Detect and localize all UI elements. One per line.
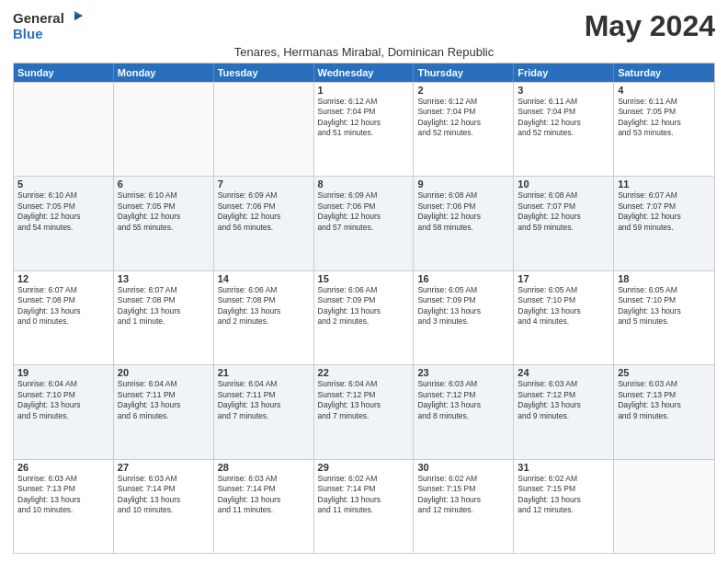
calendar-body: 1Sunrise: 6:12 AM Sunset: 7:04 PM Daylig…: [14, 82, 714, 553]
calendar-day-cell: 17Sunrise: 6:05 AM Sunset: 7:10 PM Dayli…: [514, 271, 614, 364]
calendar-day-cell: 2Sunrise: 6:12 AM Sunset: 7:04 PM Daylig…: [414, 83, 514, 176]
day-info: Sunrise: 6:07 AM Sunset: 7:07 PM Dayligh…: [618, 190, 711, 233]
day-number: 14: [218, 273, 310, 284]
calendar-day-cell: 11Sunrise: 6:07 AM Sunset: 7:07 PM Dayli…: [614, 177, 714, 270]
day-info: Sunrise: 6:06 AM Sunset: 7:08 PM Dayligh…: [218, 285, 310, 327]
day-number: 15: [318, 273, 410, 284]
day-number: 10: [518, 178, 609, 190]
title-block: May 2024: [585, 9, 715, 43]
day-info: Sunrise: 6:04 AM Sunset: 7:11 PM Dayligh…: [118, 379, 210, 421]
day-number: 26: [17, 462, 109, 473]
calendar-day-cell: 25Sunrise: 6:03 AM Sunset: 7:13 PM Dayli…: [614, 365, 714, 458]
calendar-day-cell: 1Sunrise: 6:12 AM Sunset: 7:04 PM Daylig…: [314, 83, 415, 176]
day-info: Sunrise: 6:12 AM Sunset: 7:04 PM Dayligh…: [417, 97, 509, 139]
calendar-week-row: 1Sunrise: 6:12 AM Sunset: 7:04 PM Daylig…: [14, 82, 714, 176]
day-info: Sunrise: 6:05 AM Sunset: 7:09 PM Dayligh…: [417, 285, 509, 327]
day-number: 3: [518, 85, 609, 96]
calendar-day-cell: 26Sunrise: 6:03 AM Sunset: 7:13 PM Dayli…: [14, 460, 114, 553]
calendar-header-sunday: Sunday: [14, 63, 114, 82]
day-info: Sunrise: 6:04 AM Sunset: 7:11 PM Dayligh…: [218, 379, 310, 421]
day-info: Sunrise: 6:05 AM Sunset: 7:10 PM Dayligh…: [518, 285, 609, 327]
calendar-day-cell: 23Sunrise: 6:03 AM Sunset: 7:12 PM Dayli…: [414, 365, 514, 458]
calendar-empty-cell: [614, 460, 714, 553]
day-number: 7: [218, 178, 310, 190]
day-number: 24: [518, 367, 609, 378]
calendar-header-monday: Monday: [114, 63, 214, 82]
logo-flag-icon: [66, 9, 83, 26]
day-number: 29: [318, 462, 410, 473]
day-number: 2: [417, 85, 509, 96]
page: General Blue May 2024 Tenares, Hermanas …: [0, 0, 728, 563]
day-number: 30: [417, 462, 509, 473]
calendar-day-cell: 12Sunrise: 6:07 AM Sunset: 7:08 PM Dayli…: [14, 271, 114, 364]
day-info: Sunrise: 6:05 AM Sunset: 7:10 PM Dayligh…: [618, 285, 711, 327]
calendar: SundayMondayTuesdayWednesdayThursdayFrid…: [13, 63, 715, 554]
day-number: 23: [417, 367, 509, 378]
day-info: Sunrise: 6:03 AM Sunset: 7:14 PM Dayligh…: [218, 474, 310, 516]
day-info: Sunrise: 6:07 AM Sunset: 7:08 PM Dayligh…: [17, 285, 109, 327]
calendar-day-cell: 19Sunrise: 6:04 AM Sunset: 7:10 PM Dayli…: [14, 365, 114, 458]
day-info: Sunrise: 6:02 AM Sunset: 7:15 PM Dayligh…: [417, 474, 509, 516]
calendar-header-wednesday: Wednesday: [314, 63, 415, 82]
day-number: 20: [118, 367, 210, 378]
calendar-empty-cell: [14, 83, 114, 176]
calendar-day-cell: 6Sunrise: 6:10 AM Sunset: 7:05 PM Daylig…: [114, 177, 214, 270]
day-info: Sunrise: 6:10 AM Sunset: 7:05 PM Dayligh…: [118, 190, 210, 233]
calendar-header-saturday: Saturday: [614, 63, 714, 82]
day-info: Sunrise: 6:04 AM Sunset: 7:12 PM Dayligh…: [318, 379, 410, 421]
day-number: 12: [17, 273, 109, 284]
subtitle: Tenares, Hermanas Mirabal, Dominican Rep…: [13, 45, 715, 59]
logo-blue-text: Blue: [13, 26, 43, 41]
day-number: 21: [218, 367, 310, 378]
day-number: 22: [318, 367, 410, 378]
calendar-empty-cell: [214, 83, 314, 176]
calendar-day-cell: 30Sunrise: 6:02 AM Sunset: 7:15 PM Dayli…: [414, 460, 514, 553]
calendar-day-cell: 14Sunrise: 6:06 AM Sunset: 7:08 PM Dayli…: [214, 271, 314, 364]
calendar-day-cell: 20Sunrise: 6:04 AM Sunset: 7:11 PM Dayli…: [114, 365, 214, 458]
calendar-day-cell: 8Sunrise: 6:09 AM Sunset: 7:06 PM Daylig…: [314, 177, 415, 270]
svg-marker-1: [74, 15, 83, 20]
calendar-header-tuesday: Tuesday: [214, 63, 314, 82]
day-number: 19: [17, 367, 109, 378]
day-number: 4: [618, 85, 711, 96]
day-info: Sunrise: 6:08 AM Sunset: 7:06 PM Dayligh…: [417, 190, 509, 233]
day-number: 16: [417, 273, 509, 284]
calendar-header-thursday: Thursday: [414, 63, 514, 82]
calendar-day-cell: 15Sunrise: 6:06 AM Sunset: 7:09 PM Dayli…: [314, 271, 415, 364]
calendar-day-cell: 29Sunrise: 6:02 AM Sunset: 7:14 PM Dayli…: [314, 460, 415, 553]
day-number: 25: [618, 367, 711, 378]
day-info: Sunrise: 6:08 AM Sunset: 7:07 PM Dayligh…: [518, 190, 609, 233]
calendar-empty-cell: [114, 83, 214, 176]
day-info: Sunrise: 6:04 AM Sunset: 7:10 PM Dayligh…: [17, 379, 109, 421]
day-info: Sunrise: 6:03 AM Sunset: 7:13 PM Dayligh…: [17, 474, 109, 516]
day-info: Sunrise: 6:12 AM Sunset: 7:04 PM Dayligh…: [318, 97, 410, 139]
day-info: Sunrise: 6:03 AM Sunset: 7:12 PM Dayligh…: [417, 379, 509, 421]
day-info: Sunrise: 6:03 AM Sunset: 7:13 PM Dayligh…: [618, 379, 711, 421]
day-number: 18: [618, 273, 711, 284]
day-info: Sunrise: 6:11 AM Sunset: 7:05 PM Dayligh…: [618, 97, 711, 139]
calendar-day-cell: 16Sunrise: 6:05 AM Sunset: 7:09 PM Dayli…: [414, 271, 514, 364]
calendar-header-friday: Friday: [514, 63, 614, 82]
day-number: 11: [618, 178, 711, 190]
day-number: 8: [318, 178, 410, 190]
calendar-day-cell: 24Sunrise: 6:03 AM Sunset: 7:12 PM Dayli…: [514, 365, 614, 458]
calendar-week-row: 5Sunrise: 6:10 AM Sunset: 7:05 PM Daylig…: [14, 176, 714, 270]
calendar-day-cell: 18Sunrise: 6:05 AM Sunset: 7:10 PM Dayli…: [614, 271, 714, 364]
day-number: 31: [518, 462, 609, 473]
calendar-day-cell: 5Sunrise: 6:10 AM Sunset: 7:05 PM Daylig…: [14, 177, 114, 270]
day-number: 27: [118, 462, 210, 473]
calendar-day-cell: 28Sunrise: 6:03 AM Sunset: 7:14 PM Dayli…: [214, 460, 314, 553]
calendar-day-cell: 3Sunrise: 6:11 AM Sunset: 7:04 PM Daylig…: [514, 83, 614, 176]
day-info: Sunrise: 6:10 AM Sunset: 7:05 PM Dayligh…: [17, 190, 109, 233]
calendar-week-row: 26Sunrise: 6:03 AM Sunset: 7:13 PM Dayli…: [14, 459, 714, 553]
calendar-day-cell: 13Sunrise: 6:07 AM Sunset: 7:08 PM Dayli…: [114, 271, 214, 364]
calendar-day-cell: 7Sunrise: 6:09 AM Sunset: 7:06 PM Daylig…: [214, 177, 314, 270]
month-title: May 2024: [585, 9, 715, 43]
calendar-header-row: SundayMondayTuesdayWednesdayThursdayFrid…: [14, 63, 714, 82]
day-info: Sunrise: 6:06 AM Sunset: 7:09 PM Dayligh…: [318, 285, 410, 327]
calendar-day-cell: 21Sunrise: 6:04 AM Sunset: 7:11 PM Dayli…: [214, 365, 314, 458]
day-info: Sunrise: 6:11 AM Sunset: 7:04 PM Dayligh…: [518, 97, 609, 139]
day-info: Sunrise: 6:02 AM Sunset: 7:14 PM Dayligh…: [318, 474, 410, 516]
day-number: 17: [518, 273, 609, 284]
day-info: Sunrise: 6:02 AM Sunset: 7:15 PM Dayligh…: [518, 474, 609, 516]
